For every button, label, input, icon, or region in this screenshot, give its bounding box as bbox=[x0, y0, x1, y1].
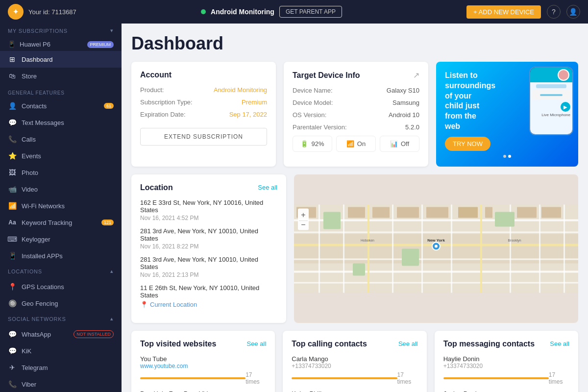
location-entry: 281 3rd Ave, New York, NY 10010, United … bbox=[140, 227, 277, 250]
sidebar-item-gps[interactable]: 📍 GPS Locations bbox=[0, 278, 122, 295]
wifi-status-value: On bbox=[357, 140, 366, 147]
website-bar-row-1: 17 times bbox=[140, 371, 266, 385]
location-entry-current: 11 E 26th St, New York, NY 10010, United… bbox=[140, 284, 277, 308]
messaging-entry: Jaylon Donin +13374733020 9 times bbox=[443, 390, 569, 392]
calling-name-2: Kaiya Philips bbox=[292, 390, 417, 392]
device-name-label: Device Name: bbox=[293, 87, 333, 94]
chevron-up-icon: ▴ bbox=[110, 316, 114, 322]
svg-rect-11 bbox=[392, 204, 393, 293]
sidebar-item-whatsapp[interactable]: 💬 WhatsApp NOT INSTALLED bbox=[0, 326, 122, 343]
calling-see-all[interactable]: See all bbox=[398, 340, 418, 347]
subscriptions-section[interactable]: MY SUBSCRIPTIONS ▾ bbox=[0, 24, 122, 38]
svg-rect-28 bbox=[485, 207, 492, 218]
help-icon[interactable]: ? bbox=[547, 5, 561, 19]
messaging-bar-1 bbox=[443, 377, 549, 379]
battery-chip: 🔋 92% bbox=[293, 136, 332, 152]
websites-see-all[interactable]: See all bbox=[247, 340, 267, 347]
product-value: Android Monitoring bbox=[214, 86, 267, 94]
ad-phone-mockup: ▶ Live Microphone bbox=[529, 67, 573, 135]
sidebar-item-viber[interactable]: 📞 Viber bbox=[0, 376, 122, 392]
sidebar-item-contacts[interactable]: 👤 Contacts 61 bbox=[0, 98, 122, 114]
svg-rect-5 bbox=[294, 258, 578, 260]
location-time-1: Nov 16, 2021 4:52 PM bbox=[140, 215, 277, 221]
battery-icon: 🔋 bbox=[300, 140, 308, 147]
sidebar-item-text-messages[interactable]: 💬 Text Messages bbox=[0, 114, 122, 131]
calling-header: Top calling contacts See all bbox=[292, 340, 417, 348]
svg-rect-6 bbox=[294, 270, 578, 272]
os-row: OS Version: Android 10 bbox=[293, 111, 419, 119]
target-device-title: Target Device Info bbox=[293, 71, 360, 80]
calling-number-1: +13374733020 bbox=[292, 363, 417, 369]
sidebar-item-label: Text Messages bbox=[22, 119, 64, 126]
sidebar-item-keyword-tracking[interactable]: Aa Keyword Tracking 121 bbox=[0, 214, 122, 231]
signal-icon: 📊 bbox=[390, 140, 398, 147]
device-name-value: Galaxy S10 bbox=[387, 87, 419, 94]
refresh-icon[interactable]: ↗ bbox=[413, 71, 419, 80]
sidebar-item-label: Installed APPs bbox=[22, 252, 63, 260]
sidebar-item-events[interactable]: ⭐ Events bbox=[0, 147, 122, 164]
subscription-row: Subscription Type: Premium bbox=[140, 98, 267, 106]
top-messaging-card: Top messaging contacts See all Haylie Do… bbox=[435, 331, 578, 392]
contacts-icon: 👤 bbox=[8, 101, 17, 110]
carousel-dot[interactable] bbox=[503, 155, 506, 158]
location-time-3: Nov 16, 2021 2:13 PM bbox=[140, 271, 277, 278]
map-svg: + − New York Hoboken Brooklyn bbox=[294, 174, 578, 323]
current-location-label: 📍 Current Location bbox=[140, 301, 277, 308]
sidebar-item-installed-apps[interactable]: 📱 Installed APPs bbox=[0, 247, 122, 264]
svg-rect-30 bbox=[541, 207, 561, 218]
location-map-row: Location See all 162 E 33rd St, New York… bbox=[131, 174, 578, 323]
location-entry: 162 E 33rd St, New York, NY 10016, Unite… bbox=[140, 199, 277, 221]
calling-title: Top calling contacts bbox=[292, 340, 367, 348]
svg-rect-26 bbox=[426, 207, 448, 218]
locations-label: LOCATIONS bbox=[8, 269, 42, 274]
ad-text: Listen to surroundings of your child jus… bbox=[445, 71, 483, 132]
sidebar-item-dashboard[interactable]: ⊞ Dashboard bbox=[0, 51, 122, 68]
top-nav: ✦ Your id: 7113687 Android Monitoring GE… bbox=[0, 0, 588, 24]
apps-icon: 📱 bbox=[8, 251, 17, 260]
svg-text:Brooklyn: Brooklyn bbox=[508, 238, 521, 242]
sidebar-item-calls[interactable]: 📞 Calls bbox=[0, 131, 122, 147]
social-networks-section[interactable]: SOCIAL NETWORKS ▴ bbox=[0, 312, 122, 326]
video-icon: 📹 bbox=[8, 185, 17, 194]
sidebar-item-wifi[interactable]: 📶 Wi-Fi Networks bbox=[0, 197, 122, 214]
sidebar-item-store[interactable]: 🛍 Store bbox=[0, 68, 122, 84]
social-networks-label: SOCIAL NETWORKS bbox=[8, 316, 66, 322]
messaging-see-all[interactable]: See all bbox=[550, 340, 569, 347]
device-icon: 📱 bbox=[8, 41, 16, 48]
sidebar-item-kik[interactable]: 💬 KiK bbox=[0, 343, 122, 359]
user-account-icon[interactable]: 👤 bbox=[566, 5, 580, 19]
contacts-badge: 61 bbox=[104, 103, 114, 109]
svg-rect-9 bbox=[343, 204, 344, 293]
sidebar-item-telegram[interactable]: ✈ Telegram bbox=[0, 359, 122, 376]
svg-rect-3 bbox=[294, 231, 578, 233]
sidebar-item-label: GPS Locations bbox=[22, 283, 64, 291]
get-parent-app-button[interactable]: GET PARENT APP bbox=[279, 6, 342, 18]
svg-text:Hoboken: Hoboken bbox=[361, 238, 374, 242]
signal-chip: 📊 Off bbox=[380, 136, 419, 152]
svg-rect-14 bbox=[480, 204, 482, 293]
extend-subscription-button[interactable]: EXTEND SUBSCRIPTION bbox=[140, 128, 267, 146]
sidebar-item-label: WhatsApp bbox=[22, 331, 51, 338]
expiration-label: Expiration Date: bbox=[140, 111, 186, 118]
svg-rect-20 bbox=[495, 212, 514, 226]
sidebar-item-keylogger[interactable]: ⌨ Keylogger bbox=[0, 231, 122, 247]
locations-section[interactable]: LOCATIONS ▴ bbox=[0, 264, 122, 278]
add-new-device-button[interactable]: + ADD NEW DEVICE bbox=[466, 5, 541, 19]
try-now-button[interactable]: TRY NOW bbox=[445, 137, 490, 151]
account-card-title: Account bbox=[140, 71, 267, 79]
map-container[interactable]: + − New York Hoboken Brooklyn bbox=[294, 174, 578, 323]
events-icon: ⭐ bbox=[8, 151, 17, 160]
carousel-dot-active[interactable] bbox=[508, 155, 511, 158]
sidebar-item-video[interactable]: 📹 Video bbox=[0, 181, 122, 197]
device-status-row: 🔋 92% 📶 On 📊 Off bbox=[293, 136, 419, 152]
location-address-3: 281 3rd Ave, New York, NY 10010, United … bbox=[140, 256, 277, 270]
messaging-header: Top messaging contacts See all bbox=[443, 340, 569, 348]
svg-rect-23 bbox=[348, 207, 365, 218]
sidebar-item-photo[interactable]: 🖼 Photo bbox=[0, 164, 122, 181]
svg-rect-7 bbox=[294, 282, 578, 283]
monitored-device-name: Android Monitoring bbox=[211, 8, 274, 16]
location-see-all[interactable]: See all bbox=[258, 184, 277, 191]
website-url-1[interactable]: www.youtube.com bbox=[140, 363, 266, 369]
sidebar-item-geofencing[interactable]: 🔘 Geo Fencing bbox=[0, 295, 122, 312]
sidebar-item-label: Video bbox=[22, 186, 38, 193]
